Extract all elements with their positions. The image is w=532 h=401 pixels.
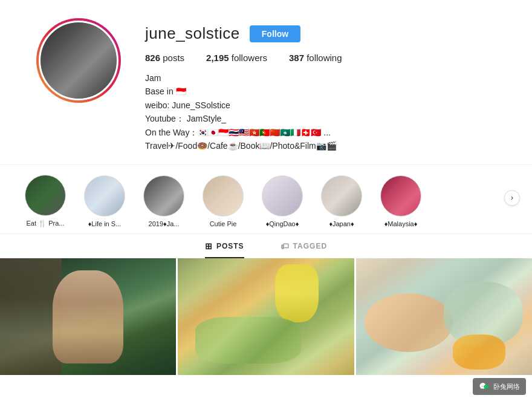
story-circle-6 (380, 175, 421, 217)
follow-button[interactable]: Follow (250, 25, 300, 42)
story-label-5: ♦Japan♦ (329, 220, 354, 227)
tagged-icon: 🏷 (281, 241, 290, 251)
tab-posts[interactable]: ⊞ POSTS (205, 241, 244, 258)
followers-stat[interactable]: 2,195 followers (206, 53, 267, 63)
story-label-6: ♦Malaysia♦ (384, 220, 418, 227)
story-circle-0 (25, 175, 66, 216)
following-count: 387 (289, 53, 304, 63)
profile-section: june_solstice Follow 826 posts 2,195 fol… (0, 0, 532, 165)
bio-line-4: Youtube： JamStyle_ (145, 112, 508, 125)
tab-tagged[interactable]: 🏷 TAGGED (281, 241, 327, 258)
followers-count: 2,195 (206, 53, 229, 63)
posts-count: 826 (145, 53, 160, 63)
story-label-1: ♦Life in S... (88, 220, 122, 227)
stats-row: 826 posts 2,195 followers 387 following (145, 53, 508, 63)
story-item-0[interactable]: Eat 🍴 Pra... (18, 175, 73, 227)
story-label-4: ♦QingDao♦ (266, 220, 299, 227)
post-thumb-1[interactable] (0, 258, 176, 401)
watermark-badge: 卧兔网络 (473, 378, 526, 395)
username: june_solstice (145, 24, 240, 43)
bio-line-3: weibo: June_SSolstice (145, 99, 508, 112)
posts-label: posts (163, 53, 184, 63)
username-row: june_solstice Follow (145, 24, 508, 43)
story-circle-2 (143, 175, 184, 217)
avatar-photo (41, 22, 117, 99)
posts-grid-icon: ⊞ (205, 241, 213, 251)
bio: Jam Base in 🇮🇩 weibo: June_SSolstice You… (145, 71, 508, 152)
posts-grid (0, 258, 532, 401)
posts-stat: 826 posts (145, 53, 184, 63)
watermark-text: 卧兔网络 (493, 382, 520, 391)
stories-section: Eat 🍴 Pra... ♦Life in S... 2019♦Ja... Cu… (0, 165, 532, 233)
story-circle-1 (84, 175, 125, 217)
story-label-0: Eat 🍴 Pra... (27, 220, 65, 227)
story-label-3: Cutie Pie (210, 220, 237, 227)
story-item-1[interactable]: ♦Life in S... (77, 175, 132, 227)
following-stat[interactable]: 387 following (289, 53, 342, 63)
tabs-section: ⊞ POSTS 🏷 TAGGED (0, 233, 532, 258)
profile-info: june_solstice Follow 826 posts 2,195 fol… (145, 18, 508, 152)
story-item-6[interactable]: ♦Malaysia♦ (374, 175, 428, 227)
post-thumb-2[interactable] (178, 258, 354, 401)
bio-line-5: On the Way：🇰🇷🇯🇵🇮🇩🇹🇭🇲🇾🇭🇰🇵🇹🇨🇳🇲🇴🇮🇹🇨🇭🇹🇷 ... (145, 126, 508, 139)
bio-line-2: Base in 🇮🇩 (145, 85, 508, 98)
story-circle-5 (321, 175, 362, 217)
wechat-icon (479, 381, 490, 392)
stories-next-button[interactable]: › (504, 190, 520, 206)
story-item-2[interactable]: 2019♦Ja... (137, 175, 191, 227)
tab-tagged-label: TAGGED (293, 242, 327, 250)
avatar (39, 21, 118, 100)
story-label-2: 2019♦Ja... (149, 220, 180, 227)
story-item-3[interactable]: Cutie Pie (196, 175, 250, 227)
story-circle-4 (262, 175, 303, 217)
bio-line-1: Jam (145, 71, 508, 85)
tab-posts-label: POSTS (216, 242, 244, 250)
avatar-wrapper (36, 18, 121, 103)
story-item-4[interactable]: ♦QingDao♦ (255, 175, 310, 227)
bio-line-6: Travel✈/Food🍩/Cafe☕/Book📖/Photo&Film📷🎬 (145, 139, 508, 152)
story-item-5[interactable]: ♦Japan♦ (314, 175, 369, 227)
followers-label: followers (232, 53, 267, 63)
following-label: following (307, 53, 342, 63)
story-circle-3 (203, 175, 244, 217)
